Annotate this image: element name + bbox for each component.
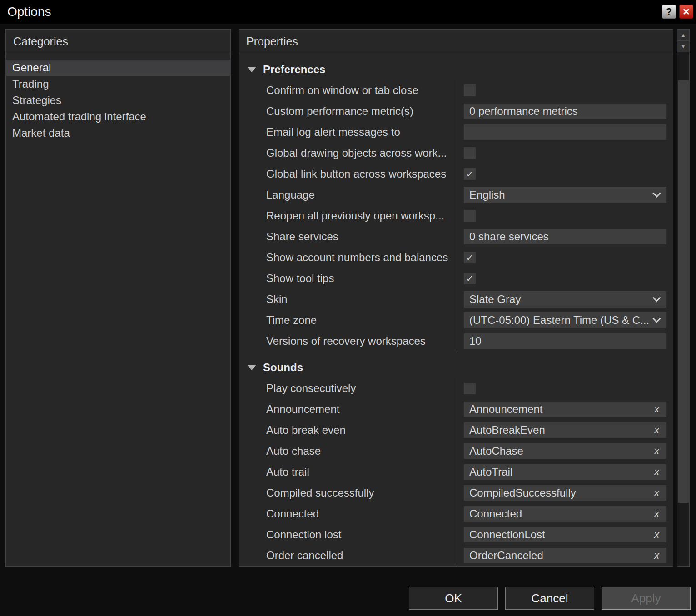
property-row-show-account-numbers-and-balances: Show account numbers and balances✓ [239,247,673,268]
property-row-auto-chase: Auto chaseAutoChasex [239,441,673,462]
field-value-text: ConnectionLost [469,528,651,541]
property-row-announcement: AnnouncementAnnouncementx [239,399,673,420]
field-value-text: (UTC-05:00) Eastern Time (US & C... [469,314,650,327]
category-item-general[interactable]: General [6,60,230,76]
properties-scrollbar[interactable]: ▲ ▼ [677,29,690,567]
property-value-cell: ✓ [457,164,673,184]
property-row-show-tool-tips: Show tool tips✓ [239,268,673,289]
property-label: Auto break even [239,420,457,441]
property-value-cell: 0 performance metrics [457,101,673,122]
property-row-auto-trail: Auto trailAutoTrailx [239,462,673,482]
categories-list: GeneralTradingStrategiesAutomated tradin… [6,54,230,141]
property-row-reopen-all-previously-open-worksp: Reopen all previously open worksp... [239,205,673,226]
scrollbar-down-button[interactable]: ▼ [677,41,689,52]
property-row-confirm-on-window-or-tab-close: Confirm on window or tab close [239,80,673,101]
clear-sound-icon[interactable]: x [654,487,659,499]
field-order-cancelled[interactable]: OrderCanceledx [464,548,666,563]
field-share-services[interactable]: 0 share services [464,229,666,244]
collapse-triangle-icon [247,67,256,72]
field-connected[interactable]: Connectedx [464,506,666,522]
cancel-button[interactable]: Cancel [505,587,594,610]
field-versions-of-recovery-workspaces[interactable]: 10 [464,333,666,349]
property-label: Connected [239,503,457,524]
help-button[interactable]: ? [662,5,676,19]
field-value-text: English [469,189,650,201]
category-item-strategies[interactable]: Strategies [6,92,230,109]
property-label: Global link button across workspaces [239,164,457,184]
field-language[interactable]: English [464,187,666,203]
property-row-order-cancelled: Order cancelledOrderCanceledx [239,545,673,566]
property-row-language: LanguageEnglish [239,184,673,205]
apply-button[interactable]: Apply [602,587,691,610]
category-item-automated-trading-interface[interactable]: Automated trading interface [6,109,230,125]
field-skin[interactable]: Slate Gray [464,291,666,308]
section-title: Preferences [263,63,325,76]
field-auto-chase[interactable]: AutoChasex [464,443,666,459]
checkbox-show-tool-tips[interactable]: ✓ [464,273,476,284]
scrollbar-thumb[interactable] [678,80,689,503]
checkbox-confirm-on-window-or-tab-close[interactable] [464,84,476,96]
checkbox-global-drawing-objects-across-work[interactable] [464,147,476,159]
property-row-compiled-successfully: Compiled successfullyCompiledSuccessfull… [239,482,673,503]
field-time-zone[interactable]: (UTC-05:00) Eastern Time (US & C... [464,312,666,328]
property-label: Time zone [239,310,457,331]
property-row-email-log-alert-messages-to: Email log alert messages to [239,122,673,143]
clear-sound-icon[interactable]: x [654,445,659,457]
property-value-cell: Announcementx [457,399,673,420]
property-row-global-link-button-across-workspaces: Global link button across workspaces✓ [239,164,673,184]
property-row-auto-break-even: Auto break evenAutoBreakEvenx [239,420,673,441]
clear-sound-icon[interactable]: x [654,424,659,436]
field-connection-lost[interactable]: ConnectionLostx [464,527,666,542]
field-value-text: AutoBreakEven [469,424,651,437]
property-value-cell [457,122,673,143]
property-value-cell: English [457,184,673,205]
field-email-log-alert-messages-to[interactable] [464,124,666,140]
property-row-time-zone: Time zone(UTC-05:00) Eastern Time (US & … [239,310,673,331]
property-label: Announcement [239,399,457,420]
ok-button[interactable]: OK [409,587,498,610]
property-value-cell: OrderCanceledx [457,545,673,566]
property-label: Skin [239,289,457,310]
checkbox-play-consecutively[interactable] [464,383,476,394]
property-row-connected: ConnectedConnectedx [239,503,673,524]
close-button[interactable]: ✕ [679,5,693,19]
property-label: Show account numbers and balances [239,247,457,268]
property-label: Auto trail [239,462,457,482]
checkbox-reopen-all-previously-open-worksp[interactable] [464,210,476,222]
property-label: Versions of recovery workspaces [239,331,457,352]
checkbox-show-account-numbers-and-balances[interactable]: ✓ [464,252,476,263]
property-value-cell [457,205,673,226]
title-bar: Options ? ✕ [0,0,696,24]
collapse-triangle-icon [247,365,256,370]
field-custom-performance-metric-s[interactable]: 0 performance metrics [464,104,666,119]
clear-sound-icon[interactable]: x [654,403,659,415]
property-label: Share services [239,226,457,247]
field-value-text: 0 performance metrics [469,105,661,118]
titlebar-buttons: ? ✕ [662,5,693,19]
section-header-preferences[interactable]: Preferences [239,59,673,80]
property-label: Confirm on window or tab close [239,80,457,101]
property-value-cell: ✓ [457,268,673,289]
field-auto-trail[interactable]: AutoTrailx [464,464,666,480]
category-item-trading[interactable]: Trading [6,76,230,92]
checkbox-global-link-button-across-workspaces[interactable]: ✓ [464,168,476,180]
field-value-text: 0 share services [469,230,661,243]
field-auto-break-even[interactable]: AutoBreakEvenx [464,422,666,438]
property-row-share-services: Share services0 share services [239,226,673,247]
property-label: Order cancelled [239,545,457,566]
field-announcement[interactable]: Announcementx [464,402,666,417]
clear-sound-icon[interactable]: x [654,550,659,561]
property-value-cell [457,143,673,164]
clear-sound-icon[interactable]: x [654,529,659,541]
clear-sound-icon[interactable]: x [654,466,659,478]
property-label: Language [239,184,457,205]
scrollbar-track[interactable] [677,53,689,566]
property-label: Play consecutively [239,378,457,399]
category-item-market-data[interactable]: Market data [6,125,230,141]
section-header-sounds[interactable]: Sounds [239,357,673,378]
section-title: Sounds [263,361,303,374]
property-label: Show tool tips [239,268,457,289]
clear-sound-icon[interactable]: x [654,508,659,520]
scrollbar-up-button[interactable]: ▲ [677,30,689,41]
field-compiled-successfully[interactable]: CompiledSuccessfullyx [464,485,666,501]
